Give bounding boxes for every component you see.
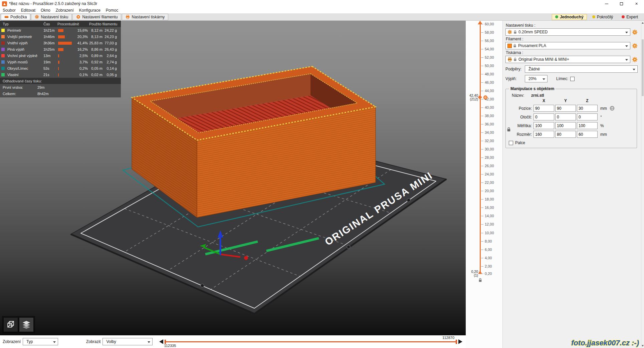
layer-slider-track[interactable] bbox=[480, 24, 481, 274]
mode-expert[interactable]: Expert bbox=[618, 14, 641, 20]
tab-label: Nastavení tisku bbox=[41, 15, 68, 19]
ruler-tick-label: 16,00 bbox=[485, 206, 494, 210]
object-name-label: Název: bbox=[512, 93, 531, 98]
tab-label: Nastavení tiskárny bbox=[132, 15, 165, 19]
legend-weight: 77,03 g bbox=[104, 41, 120, 45]
legend-time: 1h25m bbox=[43, 47, 57, 51]
view-type-value: Typ bbox=[26, 339, 33, 344]
printer-gear-button[interactable] bbox=[632, 57, 638, 62]
size-y-input[interactable] bbox=[555, 131, 576, 138]
menu-okno[interactable]: Okno bbox=[38, 8, 53, 13]
close-button[interactable]: × bbox=[629, 0, 644, 7]
scroll-up-arrow[interactable] bbox=[642, 22, 644, 24]
ruler-tick: 4,00 bbox=[481, 258, 483, 258]
inches-checkbox[interactable] bbox=[509, 141, 513, 145]
upper-handle-icon bbox=[478, 95, 482, 99]
range-left-arrow[interactable] bbox=[159, 339, 163, 344]
range-left-handle[interactable] bbox=[165, 340, 166, 344]
ruler-tick-label: 22,00 bbox=[485, 181, 494, 185]
print-settings-select[interactable]: 0.20mm SPEED bbox=[505, 28, 630, 36]
ruler-tick: 54,00 bbox=[481, 49, 483, 49]
3d-viewport[interactable]: ORIGINAL PRUSA MINI bbox=[0, 21, 466, 335]
infill-select[interactable]: 20% bbox=[525, 75, 548, 82]
print-settings-value: 0.20mm SPEED bbox=[518, 30, 548, 34]
size-z-input[interactable] bbox=[577, 131, 598, 138]
ruler-tick-label: 6,00 bbox=[485, 248, 492, 252]
filament-value: Prusament PLA bbox=[518, 43, 546, 48]
ruler-tick: 12,00 bbox=[481, 224, 483, 225]
supports-select[interactable]: Žádné bbox=[525, 65, 638, 73]
lock-icon bbox=[513, 30, 517, 34]
chevron-down-icon bbox=[625, 32, 628, 33]
tab-podlozka[interactable]: Podložka bbox=[1, 14, 30, 20]
ruler-tick: 22,00 bbox=[481, 183, 483, 183]
scale-y-input[interactable] bbox=[555, 122, 576, 129]
manipulation-label: Měřítka: bbox=[508, 123, 532, 128]
print-settings-gear-button[interactable] bbox=[632, 29, 638, 35]
legend-type-label: Výplň mostů bbox=[5, 60, 43, 64]
axis-header-z: Z bbox=[577, 98, 598, 103]
lower-layer-number: (1) bbox=[466, 274, 478, 277]
scale-x-input[interactable] bbox=[533, 122, 554, 129]
maximize-button[interactable] bbox=[614, 0, 629, 7]
view-type-select[interactable]: Typ bbox=[23, 338, 58, 345]
size-x-input[interactable] bbox=[533, 131, 554, 138]
maximize-icon bbox=[620, 2, 623, 5]
layers-view-button[interactable] bbox=[19, 317, 34, 332]
legend-row: Vrchní plné výplně13m2,5%0,89 m2,64 g bbox=[0, 52, 121, 59]
menu-konfigurace[interactable]: Konfigurace bbox=[76, 8, 103, 13]
range-right-handle[interactable] bbox=[456, 340, 457, 344]
position-y-input[interactable] bbox=[555, 105, 576, 112]
tab-nastaveni-filamentu[interactable]: Nastavení filamentu bbox=[72, 14, 121, 20]
ruler-tick-label: 46,00 bbox=[485, 80, 494, 84]
legend-length: 8,86 m bbox=[89, 47, 104, 51]
legend-type-label: Vnitřní výplň bbox=[5, 41, 43, 45]
filament-select[interactable]: Prusament PLA bbox=[505, 42, 630, 49]
range-right-arrow[interactable] bbox=[458, 339, 462, 344]
uniform-scale-lock-icon[interactable] bbox=[507, 127, 511, 132]
printer-select[interactable]: Original Prusa MINI & MINI+ bbox=[505, 56, 630, 63]
ruler-tick: 28,00 bbox=[481, 157, 483, 158]
tab-nastaveni-tisku[interactable]: Nastavení tisku bbox=[31, 14, 72, 20]
lock-icon[interactable] bbox=[478, 278, 482, 282]
manipulation-row-scale: Měřítka:% bbox=[508, 122, 635, 129]
chevron-down-icon bbox=[148, 341, 150, 343]
mode-dot-icon bbox=[622, 15, 625, 18]
scroll-down-arrow[interactable] bbox=[642, 345, 644, 347]
legend-percent-bar bbox=[57, 35, 75, 39]
rotation-z-input[interactable] bbox=[577, 113, 598, 120]
ruler-tick: 14,00 bbox=[481, 216, 483, 216]
inches-label: Palce bbox=[515, 140, 525, 145]
scrollbar-thumb[interactable] bbox=[642, 39, 644, 96]
rotation-x-input[interactable] bbox=[533, 113, 554, 120]
legend-length: 0,05 m bbox=[89, 66, 104, 70]
tab-nastaveni-tiskarny[interactable]: Nastavení tiskárny bbox=[122, 14, 168, 20]
legend-time: 1h46m bbox=[43, 35, 57, 39]
mode-pokrocily[interactable]: Pokročilý bbox=[589, 14, 617, 20]
horizontal-range-slider[interactable]: 112870 112335 bbox=[159, 335, 462, 348]
position-x-input[interactable] bbox=[533, 105, 554, 112]
show-label: Zobrazit bbox=[86, 339, 100, 344]
position-z-input[interactable] bbox=[577, 105, 598, 112]
mode-jednoduchy[interactable]: Jednoduchý bbox=[552, 14, 587, 20]
rotation-y-input[interactable] bbox=[555, 113, 576, 120]
legend-percent-bar bbox=[57, 54, 75, 58]
minimize-button[interactable] bbox=[599, 0, 614, 7]
3d-view-button[interactable] bbox=[3, 317, 18, 332]
range-track[interactable] bbox=[165, 341, 457, 342]
menu-pomoc[interactable]: Pomoc bbox=[103, 8, 121, 13]
legend-color-swatch bbox=[1, 29, 5, 32]
axis-header-x: X bbox=[533, 98, 554, 103]
menu-soubor[interactable]: Soubor bbox=[0, 8, 18, 13]
spool-icon bbox=[76, 15, 80, 19]
menu-editovat[interactable]: Editovat bbox=[18, 8, 38, 13]
ruler-tick-label: 28,00 bbox=[485, 155, 494, 159]
brim-checkbox[interactable] bbox=[570, 77, 575, 81]
scale-z-input[interactable] bbox=[577, 122, 598, 129]
show-features-select[interactable]: Volby bbox=[102, 338, 153, 345]
filament-gear-button[interactable] bbox=[632, 43, 638, 49]
ruler-tick: 56,00 bbox=[481, 41, 483, 41]
menu-zobrazeni[interactable]: Zobrazení bbox=[53, 8, 76, 13]
sidebar-scrollbar[interactable] bbox=[641, 21, 644, 348]
range-max-label: 112870 bbox=[442, 336, 454, 340]
